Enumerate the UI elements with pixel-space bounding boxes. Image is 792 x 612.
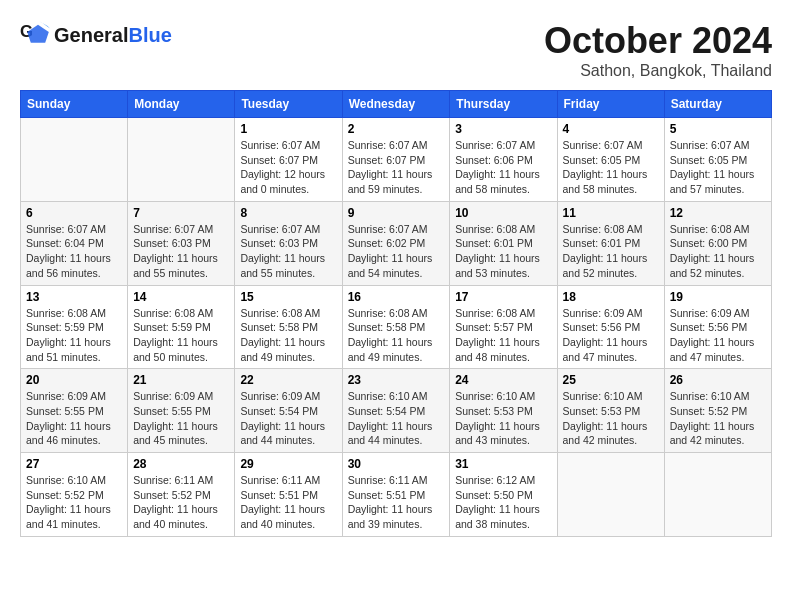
day-info: Sunrise: 6:07 AMSunset: 6:07 PMDaylight:… [240,138,336,197]
calendar-cell: 5Sunrise: 6:07 AMSunset: 6:05 PMDaylight… [664,118,771,202]
day-number: 20 [26,373,122,387]
day-info: Sunrise: 6:07 AMSunset: 6:03 PMDaylight:… [133,222,229,281]
calendar-cell [128,118,235,202]
logo-icon: G [20,20,50,50]
location: Sathon, Bangkok, Thailand [544,62,772,80]
day-info: Sunrise: 6:11 AMSunset: 5:52 PMDaylight:… [133,473,229,532]
day-number: 3 [455,122,551,136]
day-info: Sunrise: 6:10 AMSunset: 5:52 PMDaylight:… [26,473,122,532]
day-info: Sunrise: 6:10 AMSunset: 5:53 PMDaylight:… [455,389,551,448]
day-number: 8 [240,206,336,220]
calendar-cell: 6Sunrise: 6:07 AMSunset: 6:04 PMDaylight… [21,201,128,285]
day-info: Sunrise: 6:08 AMSunset: 5:59 PMDaylight:… [26,306,122,365]
weekday-header-saturday: Saturday [664,91,771,118]
calendar-cell: 28Sunrise: 6:11 AMSunset: 5:52 PMDayligh… [128,453,235,537]
day-number: 31 [455,457,551,471]
calendar-cell: 17Sunrise: 6:08 AMSunset: 5:57 PMDayligh… [450,285,557,369]
title-block: October 2024 Sathon, Bangkok, Thailand [544,20,772,80]
day-number: 2 [348,122,445,136]
day-info: Sunrise: 6:09 AMSunset: 5:54 PMDaylight:… [240,389,336,448]
weekday-header-monday: Monday [128,91,235,118]
day-info: Sunrise: 6:11 AMSunset: 5:51 PMDaylight:… [240,473,336,532]
calendar-cell: 20Sunrise: 6:09 AMSunset: 5:55 PMDayligh… [21,369,128,453]
day-number: 5 [670,122,766,136]
calendar-cell: 27Sunrise: 6:10 AMSunset: 5:52 PMDayligh… [21,453,128,537]
calendar-cell: 11Sunrise: 6:08 AMSunset: 6:01 PMDayligh… [557,201,664,285]
calendar-cell: 13Sunrise: 6:08 AMSunset: 5:59 PMDayligh… [21,285,128,369]
day-number: 19 [670,290,766,304]
day-number: 17 [455,290,551,304]
day-number: 30 [348,457,445,471]
calendar-cell: 24Sunrise: 6:10 AMSunset: 5:53 PMDayligh… [450,369,557,453]
day-number: 11 [563,206,659,220]
day-number: 15 [240,290,336,304]
day-info: Sunrise: 6:07 AMSunset: 6:03 PMDaylight:… [240,222,336,281]
day-info: Sunrise: 6:07 AMSunset: 6:06 PMDaylight:… [455,138,551,197]
day-info: Sunrise: 6:12 AMSunset: 5:50 PMDaylight:… [455,473,551,532]
calendar-cell: 2Sunrise: 6:07 AMSunset: 6:07 PMDaylight… [342,118,450,202]
day-info: Sunrise: 6:07 AMSunset: 6:05 PMDaylight:… [670,138,766,197]
weekday-header-sunday: Sunday [21,91,128,118]
calendar-week-2: 6Sunrise: 6:07 AMSunset: 6:04 PMDaylight… [21,201,772,285]
calendar-cell: 14Sunrise: 6:08 AMSunset: 5:59 PMDayligh… [128,285,235,369]
day-number: 23 [348,373,445,387]
calendar-cell: 23Sunrise: 6:10 AMSunset: 5:54 PMDayligh… [342,369,450,453]
calendar-cell: 29Sunrise: 6:11 AMSunset: 5:51 PMDayligh… [235,453,342,537]
day-info: Sunrise: 6:08 AMSunset: 5:57 PMDaylight:… [455,306,551,365]
day-number: 29 [240,457,336,471]
calendar-cell: 15Sunrise: 6:08 AMSunset: 5:58 PMDayligh… [235,285,342,369]
calendar-cell: 1Sunrise: 6:07 AMSunset: 6:07 PMDaylight… [235,118,342,202]
calendar-week-3: 13Sunrise: 6:08 AMSunset: 5:59 PMDayligh… [21,285,772,369]
calendar-cell: 10Sunrise: 6:08 AMSunset: 6:01 PMDayligh… [450,201,557,285]
weekday-header-friday: Friday [557,91,664,118]
calendar-cell: 4Sunrise: 6:07 AMSunset: 6:05 PMDaylight… [557,118,664,202]
calendar-cell: 12Sunrise: 6:08 AMSunset: 6:00 PMDayligh… [664,201,771,285]
calendar-cell [557,453,664,537]
calendar-cell: 25Sunrise: 6:10 AMSunset: 5:53 PMDayligh… [557,369,664,453]
day-number: 18 [563,290,659,304]
calendar-cell: 30Sunrise: 6:11 AMSunset: 5:51 PMDayligh… [342,453,450,537]
day-info: Sunrise: 6:10 AMSunset: 5:54 PMDaylight:… [348,389,445,448]
calendar-cell: 21Sunrise: 6:09 AMSunset: 5:55 PMDayligh… [128,369,235,453]
calendar-cell: 31Sunrise: 6:12 AMSunset: 5:50 PMDayligh… [450,453,557,537]
day-number: 27 [26,457,122,471]
day-number: 12 [670,206,766,220]
day-info: Sunrise: 6:09 AMSunset: 5:55 PMDaylight:… [26,389,122,448]
day-info: Sunrise: 6:07 AMSunset: 6:07 PMDaylight:… [348,138,445,197]
calendar-cell: 18Sunrise: 6:09 AMSunset: 5:56 PMDayligh… [557,285,664,369]
day-info: Sunrise: 6:09 AMSunset: 5:56 PMDaylight:… [563,306,659,365]
day-info: Sunrise: 6:08 AMSunset: 6:01 PMDaylight:… [563,222,659,281]
day-info: Sunrise: 6:07 AMSunset: 6:05 PMDaylight:… [563,138,659,197]
day-number: 1 [240,122,336,136]
day-number: 21 [133,373,229,387]
day-info: Sunrise: 6:08 AMSunset: 6:00 PMDaylight:… [670,222,766,281]
month-title: October 2024 [544,20,772,62]
day-number: 24 [455,373,551,387]
day-info: Sunrise: 6:10 AMSunset: 5:52 PMDaylight:… [670,389,766,448]
day-number: 26 [670,373,766,387]
weekday-header-thursday: Thursday [450,91,557,118]
day-info: Sunrise: 6:08 AMSunset: 6:01 PMDaylight:… [455,222,551,281]
day-number: 22 [240,373,336,387]
calendar-cell: 26Sunrise: 6:10 AMSunset: 5:52 PMDayligh… [664,369,771,453]
day-info: Sunrise: 6:09 AMSunset: 5:56 PMDaylight:… [670,306,766,365]
day-number: 7 [133,206,229,220]
calendar-week-5: 27Sunrise: 6:10 AMSunset: 5:52 PMDayligh… [21,453,772,537]
calendar-week-4: 20Sunrise: 6:09 AMSunset: 5:55 PMDayligh… [21,369,772,453]
calendar-cell [21,118,128,202]
day-info: Sunrise: 6:07 AMSunset: 6:02 PMDaylight:… [348,222,445,281]
day-info: Sunrise: 6:08 AMSunset: 5:58 PMDaylight:… [348,306,445,365]
calendar-table: SundayMondayTuesdayWednesdayThursdayFrid… [20,90,772,537]
day-number: 10 [455,206,551,220]
day-number: 4 [563,122,659,136]
day-info: Sunrise: 6:09 AMSunset: 5:55 PMDaylight:… [133,389,229,448]
day-number: 6 [26,206,122,220]
calendar-cell: 7Sunrise: 6:07 AMSunset: 6:03 PMDaylight… [128,201,235,285]
day-number: 16 [348,290,445,304]
calendar-cell: 9Sunrise: 6:07 AMSunset: 6:02 PMDaylight… [342,201,450,285]
day-number: 28 [133,457,229,471]
day-info: Sunrise: 6:10 AMSunset: 5:53 PMDaylight:… [563,389,659,448]
logo-general: GeneralBlue [54,24,172,46]
day-number: 9 [348,206,445,220]
day-number: 14 [133,290,229,304]
